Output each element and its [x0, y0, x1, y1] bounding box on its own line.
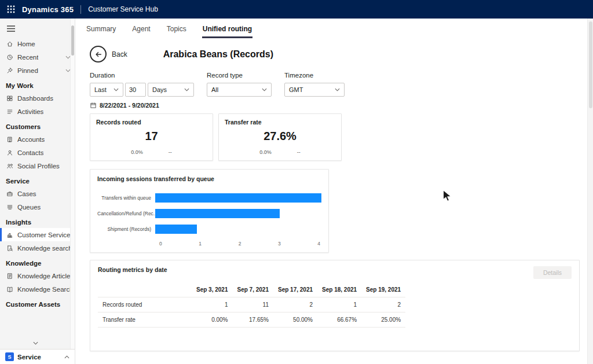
- sidebar-item-label: Knowledge search...: [17, 245, 71, 252]
- duration-unit-select[interactable]: Days: [148, 83, 194, 97]
- tab-agent[interactable]: Agent: [131, 22, 151, 38]
- app-name[interactable]: Customer Service Hub: [88, 5, 158, 13]
- date-range: 8/22/2021 - 9/20/2021: [90, 102, 593, 109]
- row-label: Records routed: [98, 297, 192, 312]
- duration-label: Duration: [90, 72, 194, 79]
- duration-filter: Duration Last Days: [90, 72, 194, 97]
- app-brand[interactable]: Dynamics 365: [22, 5, 74, 14]
- sidebar-scrollbar[interactable]: [70, 19, 75, 349]
- cell-value: 0.00%: [192, 312, 232, 328]
- bar[interactable]: [155, 225, 197, 234]
- sidebar-section-customers: Customers: [0, 118, 75, 133]
- main-scrollbar[interactable]: [587, 19, 593, 364]
- filter-bar: Duration Last Days Record t: [90, 72, 593, 97]
- chevron-down-icon: [262, 88, 267, 91]
- top-app-bar: Dynamics 365 Customer Service Hub: [0, 0, 593, 19]
- metrics-table-head: Sep 3, 2021Sep 7, 2021Sep 17, 2021Sep 18…: [98, 282, 405, 297]
- back-label: Back: [112, 50, 127, 58]
- tab-summary[interactable]: Summary: [86, 22, 116, 38]
- sidebar-item-knowledge-articles[interactable]: Knowledge Articles: [0, 269, 75, 282]
- bar-category-label: Cancellation/Refund (Rec...: [97, 211, 155, 216]
- kpi-trend: --: [297, 149, 301, 155]
- tab-topics[interactable]: Topics: [166, 22, 187, 38]
- cell-value: 2: [361, 297, 405, 312]
- kpi-value: 17: [96, 130, 207, 143]
- x-tick-label: 0: [159, 241, 162, 247]
- cell-value: 1: [317, 297, 361, 312]
- column-header: Sep 3, 2021: [192, 282, 232, 297]
- bar[interactable]: [155, 209, 280, 218]
- sidebar-item-dashboards[interactable]: Dashboards: [0, 91, 75, 105]
- bar-category-label: Shipment (Records): [97, 226, 155, 232]
- chart-icon: [6, 231, 13, 238]
- sidebar-item-label: Knowledge Search: [17, 286, 71, 293]
- building-icon: [6, 136, 13, 143]
- sidebar-item-label: Activities: [17, 108, 43, 115]
- person-icon: [6, 149, 13, 156]
- sidebar-item-label: Customer Service ...: [17, 231, 71, 238]
- column-header: Sep 17, 2021: [273, 282, 317, 297]
- sidebar-item-accounts[interactable]: Accounts: [0, 133, 75, 146]
- sidebar-item-recent[interactable]: Recent: [0, 50, 75, 64]
- sidebar-item-pinned[interactable]: Pinned: [0, 64, 75, 77]
- chevron-up-icon: [64, 355, 69, 359]
- queue-icon: [6, 204, 13, 211]
- timezone-select[interactable]: GMT: [284, 83, 345, 97]
- sidebar-item-contacts[interactable]: Contacts: [0, 146, 75, 159]
- main-content: SummaryAgentTopicsUnified routing Back A…: [75, 19, 593, 364]
- bar-chart: Transfers within queueCancellation/Refun…: [97, 190, 321, 247]
- sidebar-item-cases[interactable]: Cases: [0, 187, 75, 200]
- scrollbar-thumb[interactable]: [71, 25, 74, 56]
- bar-category-label: Transfers within queue: [97, 195, 155, 201]
- bar-track: [155, 193, 321, 203]
- sidebar-item-label: Contacts: [17, 149, 43, 156]
- dashboard-icon: [6, 95, 13, 102]
- sidebar-more-chevron-icon[interactable]: [0, 338, 71, 347]
- sidebar-section-my-work: My Work: [0, 77, 75, 91]
- tab-unified-routing[interactable]: Unified routing: [202, 22, 252, 38]
- chevron-down-icon: [335, 88, 340, 91]
- hamburger-menu-icon[interactable]: [0, 19, 22, 37]
- sidebar-section-insights: Insights: [0, 214, 75, 228]
- duration-mode-select[interactable]: Last: [90, 83, 123, 97]
- sidebar-item-queues[interactable]: Queues: [0, 200, 75, 214]
- home-icon: [6, 41, 13, 47]
- bar[interactable]: [155, 193, 321, 203]
- record-type-filter: Record type All: [207, 72, 272, 97]
- waffle-menu-icon[interactable]: [7, 5, 15, 13]
- column-header: Sep 7, 2021: [232, 282, 273, 297]
- sidebar-item-label: Home: [17, 41, 35, 47]
- chart-title: Incoming sessions transferred by queue: [97, 175, 321, 182]
- table-row-transfer-rate: Transfer rate0.00%17.65%50.00%66.67%25.0…: [98, 312, 405, 328]
- sidebar-item-activities[interactable]: Activities: [0, 105, 75, 118]
- record-type-select[interactable]: All: [207, 83, 272, 97]
- routing-metrics-table: Sep 3, 2021Sep 7, 2021Sep 17, 2021Sep 18…: [98, 282, 405, 328]
- sidebar-item-knowledge-search[interactable]: Knowledge search...: [0, 241, 75, 255]
- row-label: Transfer rate: [98, 312, 192, 328]
- kpi-row: Records routed 17 0.0% -- Transfer rate …: [90, 113, 593, 161]
- chevron-down-icon: [184, 88, 189, 91]
- sidebar-item-social-profiles[interactable]: Social Profiles: [0, 159, 75, 172]
- x-tick-label: 2: [239, 241, 241, 247]
- sidebar: HomeRecentPinnedMy WorkDashboardsActivit…: [0, 19, 75, 364]
- back-arrow-icon: [94, 50, 103, 58]
- sidebar-item-label: Cases: [17, 190, 36, 197]
- back-button[interactable]: [90, 46, 107, 62]
- sidebar-section-knowledge: Knowledge: [0, 255, 75, 269]
- kpi-card-records-routed: Records routed 17 0.0% --: [90, 113, 213, 161]
- timezone-label: Timezone: [284, 72, 345, 79]
- sessions-chart-card: Incoming sessions transferred by queue T…: [90, 169, 329, 253]
- sidebar-item-label: Pinned: [17, 67, 38, 74]
- sidebar-item-home[interactable]: Home: [0, 37, 75, 50]
- kpi-title: Records routed: [96, 119, 207, 126]
- area-switcher[interactable]: S Service: [0, 349, 75, 364]
- sidebar-item-label: Recent: [17, 54, 38, 61]
- details-button[interactable]: Details: [533, 266, 572, 279]
- x-tick-label: 1: [199, 241, 202, 247]
- sidebar-item-customer-service[interactable]: Customer Service ...: [0, 228, 75, 241]
- column-header: Sep 19, 2021: [361, 282, 405, 297]
- sidebar-item-knowledge-search[interactable]: Knowledge Search: [0, 282, 75, 296]
- timezone-filter: Timezone GMT: [284, 72, 345, 97]
- scrollbar-thumb[interactable]: [589, 21, 592, 108]
- duration-count-input[interactable]: [125, 83, 146, 97]
